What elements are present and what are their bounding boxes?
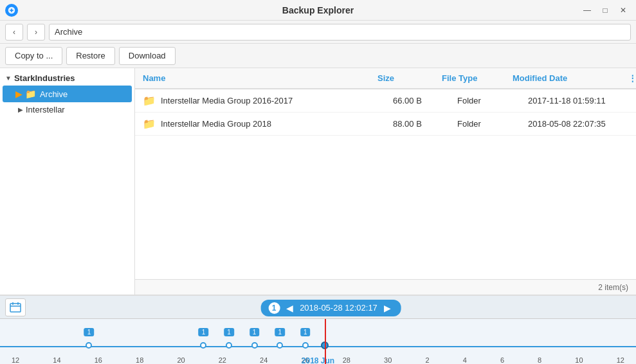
- sidebar-item-interstellar[interactable]: ▶ Interstellar: [0, 102, 134, 117]
- copy-to-button[interactable]: Copy to ...: [5, 47, 62, 65]
- titlebar: Backup Explorer — □ ✕: [0, 0, 636, 21]
- timeline-marker: 1: [275, 328, 285, 336]
- folder-icon: 📁: [143, 95, 156, 107]
- tick-label: 30: [384, 356, 392, 364]
- window-controls: — □ ✕: [579, 4, 631, 17]
- toolbar: Copy to ... Restore Download: [0, 44, 636, 68]
- sidebar-group-label: StarkIndustries: [14, 73, 75, 83]
- version-number: 1: [268, 302, 280, 314]
- timeline-area: 1 ◀ 2018-05-28 12:02:17 ▶ 1 1 1 1 1 1 12: [0, 295, 636, 364]
- tick-label: 16: [95, 356, 102, 364]
- tick-label: 12: [12, 356, 19, 364]
- timeline-baseline: [0, 346, 636, 347]
- minimize-button[interactable]: —: [579, 4, 595, 17]
- tick-label: 8: [538, 356, 541, 364]
- status-bar: 2 item(s): [135, 279, 636, 295]
- folder-icon: ▶ 📁: [15, 89, 36, 99]
- timeline-marker: 1: [199, 328, 209, 336]
- tick-label: 6: [500, 356, 504, 364]
- file-size-cell: 66.00 B: [385, 91, 450, 111]
- path-bar[interactable]: Archive: [49, 24, 631, 41]
- restore-button[interactable]: Restore: [66, 47, 115, 65]
- folder-icon: 📁: [143, 118, 156, 130]
- file-panel: Name Size File Type Modified Date ⋮ 📁 In…: [135, 68, 636, 295]
- tick-label: 10: [575, 356, 583, 364]
- timeline-month-label: 2018 Jun: [302, 356, 334, 364]
- app-icon: [5, 4, 18, 17]
- file-list: Name Size File Type Modified Date ⋮ 📁 In…: [135, 68, 636, 279]
- navbar: ‹ › Archive: [0, 21, 636, 44]
- table-row[interactable]: 📁 Interstellar Media Group 2016-2017 66.…: [135, 89, 636, 113]
- tick-label: 14: [53, 356, 60, 364]
- forward-button[interactable]: ›: [27, 24, 45, 41]
- file-name-cell: 📁 Interstellar Media Group 2018: [135, 113, 385, 135]
- tick-label: 12: [617, 356, 624, 364]
- table-row[interactable]: 📁 Interstellar Media Group 2018 88.00 B …: [135, 113, 636, 136]
- file-name-label: Interstellar Media Group 2016-2017: [161, 96, 293, 105]
- file-date-cell: 2017-11-18 01:59:11: [520, 91, 636, 111]
- chevron-down-icon: ▼: [5, 75, 12, 82]
- col-header-more[interactable]: ⋮: [621, 68, 636, 88]
- timeline-dot[interactable]: [226, 342, 232, 349]
- tick-label: 18: [136, 356, 143, 364]
- sidebar-item-archive[interactable]: ▶ 📁 Archive: [3, 86, 132, 102]
- file-name-cell: 📁 Interstellar Media Group 2016-2017: [135, 89, 385, 112]
- close-button[interactable]: ✕: [615, 4, 631, 17]
- timeline-next-button[interactable]: ▶: [381, 303, 394, 313]
- timeline-marker: 1: [84, 328, 95, 336]
- tick-label: 22: [219, 356, 226, 364]
- tick-label: 28: [343, 356, 350, 364]
- timeline-version-bubble: 1 ◀ 2018-05-28 12:02:17 ▶: [260, 300, 401, 316]
- col-header-file-type[interactable]: File Type: [434, 68, 505, 88]
- download-button[interactable]: Download: [119, 47, 176, 65]
- file-name-label: Interstellar Media Group 2018: [161, 119, 271, 129]
- col-header-name[interactable]: Name: [135, 68, 370, 88]
- tick-label: 24: [260, 356, 268, 364]
- maximize-button[interactable]: □: [597, 4, 613, 17]
- sidebar-sub-item-label: Interstellar: [26, 105, 65, 114]
- main-container: ▼ StarkIndustries ▶ 📁 Archive ▶ Interste…: [0, 68, 636, 295]
- calendar-icon-btn[interactable]: [5, 298, 26, 316]
- sidebar: ▼ StarkIndustries ▶ 📁 Archive ▶ Interste…: [0, 68, 135, 295]
- timeline-marker: 1: [224, 328, 234, 336]
- tick-label: 2: [425, 356, 429, 364]
- back-button[interactable]: ‹: [5, 24, 23, 41]
- timeline-dot[interactable]: [251, 342, 258, 349]
- file-type-cell: Folder: [450, 91, 520, 111]
- timeline-date-label: 2018-05-28 12:02:17: [300, 303, 377, 313]
- titlebar-left: [5, 4, 18, 17]
- timeline-prev-button[interactable]: ◀: [284, 303, 296, 313]
- sidebar-group-starkindustries: ▼ StarkIndustries ▶ 📁 Archive ▶ Interste…: [0, 68, 134, 120]
- file-date-cell: 2018-05-08 22:07:35: [520, 114, 636, 134]
- timeline-dot[interactable]: [277, 342, 283, 349]
- timeline-current-position-line: [325, 319, 326, 364]
- svg-rect-1: [10, 304, 21, 312]
- col-header-modified-date[interactable]: Modified Date: [505, 68, 621, 88]
- sidebar-item-label: Archive: [40, 89, 68, 99]
- item-count-label: 2 item(s): [598, 283, 628, 292]
- file-size-cell: 88.00 B: [385, 114, 450, 134]
- tick-label: 4: [463, 356, 467, 364]
- timeline-track[interactable]: 1 1 1 1 1 1 12 14 16 18 20 22 24 26 28 3…: [0, 319, 636, 364]
- window-title: Backup Explorer: [282, 5, 354, 15]
- file-type-cell: Folder: [450, 114, 520, 134]
- file-list-header: Name Size File Type Modified Date ⋮: [135, 68, 636, 89]
- sidebar-group-header[interactable]: ▼ StarkIndustries: [0, 71, 134, 86]
- timeline-dot[interactable]: [200, 342, 206, 349]
- timeline-dot[interactable]: [302, 342, 309, 349]
- timeline-dot[interactable]: [86, 342, 92, 349]
- timeline-marker: 1: [250, 328, 260, 336]
- timeline-header: 1 ◀ 2018-05-28 12:02:17 ▶: [0, 296, 636, 319]
- chevron-right-icon: ▶: [18, 106, 23, 113]
- col-header-size[interactable]: Size: [370, 68, 434, 88]
- timeline-marker: 1: [300, 328, 311, 336]
- tick-label: 20: [177, 356, 185, 364]
